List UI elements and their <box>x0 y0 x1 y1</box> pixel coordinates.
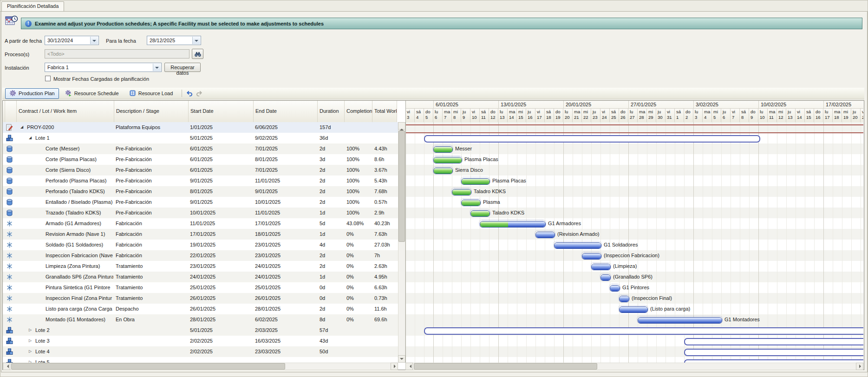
process-lookup-button[interactable] <box>192 49 203 59</box>
day-gridline <box>833 122 833 363</box>
collapse-arrow-icon[interactable]: ◢ <box>20 125 23 129</box>
table-row[interactable]: Listo para carga (Zona CargaDespacho26/0… <box>3 304 398 314</box>
chevron-down-icon[interactable] <box>192 37 200 44</box>
tab-production-plan[interactable]: Production Plan <box>5 88 59 99</box>
table-row[interactable]: ▷Lote 5 <box>3 357 398 363</box>
vertical-scroll-thumb[interactable] <box>398 130 405 242</box>
gantt-task-bar[interactable] <box>461 178 490 185</box>
from-date-combobox[interactable]: 30/12/2024 <box>45 36 99 45</box>
gantt-summary-bar[interactable] <box>424 135 760 143</box>
gantt-task-bar[interactable] <box>638 317 722 324</box>
table-row[interactable]: Inspeccion Fabricacion (NaveFabricación2… <box>3 250 398 261</box>
table-row[interactable]: Entallado / Biselado (Plasma)Pre-Fabrica… <box>3 197 398 208</box>
chevron-down-icon[interactable] <box>90 37 98 44</box>
undo-button[interactable] <box>185 89 194 98</box>
column-header-completion[interactable]: Completion <box>345 101 372 122</box>
column-header-total-work[interactable]: Total Work <box>372 101 397 122</box>
gantt-task-bar[interactable] <box>591 264 611 270</box>
table-row[interactable]: Armado (G1 Armadores)Fabricación11/01/20… <box>3 218 398 229</box>
table-row[interactable]: Granallado SP6 (Zona PinturaTratamiento2… <box>3 272 398 282</box>
tab-resource-load[interactable]: Resource Load <box>125 88 177 99</box>
gantt-horizontal-scroll-thumb[interactable] <box>414 363 597 370</box>
day-number: 23 <box>593 115 600 120</box>
gantt-task-bar[interactable] <box>433 168 453 174</box>
day-number: 15 <box>518 115 526 120</box>
column-header-end-date[interactable]: End Date <box>254 101 318 122</box>
horizontal-scroll-thumb[interactable] <box>11 363 285 370</box>
item-end-date: 28/01/2025 <box>255 306 311 312</box>
gantt-task-bar[interactable] <box>480 221 546 228</box>
day-abbrev: ju <box>723 109 730 115</box>
column-header-contract-lot-work-item[interactable]: Contract / Lot / Work Item <box>17 101 114 122</box>
table-row[interactable]: ◢PROY-0200Plataforma Equipos1/01/20256/0… <box>3 122 398 133</box>
table-row[interactable]: Corte (Plasma Placas)Pre-Fabricación6/01… <box>3 154 398 165</box>
table-row[interactable]: Soldado (G1 Soldadores)Fabricación19/01/… <box>3 240 398 250</box>
expand-arrow-icon[interactable]: ▷ <box>29 338 32 343</box>
table-row[interactable]: Montado (G1 Montadores)En Obra28/01/2025… <box>3 314 398 325</box>
gantt-task-bar[interactable] <box>452 189 471 195</box>
table-row[interactable]: Corte (Sierra Disco)Pre-Fabricación6/01/… <box>3 165 398 176</box>
gantt-task-bar[interactable] <box>610 285 620 292</box>
gantt-task-bar[interactable] <box>461 200 481 206</box>
to-date-combobox[interactable]: 28/12/2025 <box>147 36 201 45</box>
facility-combobox[interactable]: Fabrica 1 <box>45 63 162 72</box>
redo-button[interactable] <box>194 89 203 98</box>
column-header-start-date[interactable]: Start Date <box>189 101 254 122</box>
day-abbrev: vi <box>797 109 804 115</box>
item-end-date: 6/02/2025 <box>255 317 311 322</box>
bar-remaining-fill <box>638 318 722 323</box>
table-row[interactable]: Pintura Sintetica (G1 PintoreTratamiento… <box>3 282 398 293</box>
item-duration: 8d <box>320 317 345 322</box>
item-end-date: 10/01/2025 <box>255 199 311 205</box>
item-start-date: 17/01/2025 <box>190 231 250 237</box>
gantt-task-bar[interactable] <box>535 232 555 238</box>
table-row[interactable]: Perforado (Plasma Placas)Pre-Fabricación… <box>3 176 398 186</box>
table-row[interactable]: ▷Lote 42/02/202523/03/202550d <box>3 346 398 357</box>
item-start-date: 5/01/2025 <box>190 327 250 333</box>
item-end-date: 2/03/2025 <box>255 327 311 333</box>
item-name: Soldado (G1 Soldadores) <box>46 242 113 247</box>
table-row[interactable]: Corte (Messer)Pre-Fabricación6/01/20257/… <box>3 143 398 154</box>
table-row[interactable]: Inspeccion Final (Zona PinturTratamiento… <box>3 293 398 304</box>
tab-resource-schedule[interactable]: Resource Schedule <box>61 88 123 99</box>
column-header-duration[interactable]: Duration <box>318 101 345 122</box>
table-row[interactable]: ▷Lote 25/01/20252/03/202557d <box>3 325 398 336</box>
table-row[interactable]: ◢Lote 15/01/20259/02/202536d <box>3 133 398 143</box>
column-header-description-stage[interactable]: Description / Stage <box>114 101 189 122</box>
gantt-task-bar[interactable] <box>619 296 629 302</box>
gantt-task-bar[interactable] <box>470 210 490 217</box>
gantt-summary-bar[interactable] <box>424 327 863 335</box>
collapse-arrow-icon[interactable]: ◢ <box>29 136 32 140</box>
item-completion: 0% <box>346 285 372 290</box>
day-header-cell: mi19 <box>842 109 851 122</box>
gantt-task-bar[interactable] <box>582 253 601 260</box>
gantt-summary-bar[interactable] <box>684 349 863 356</box>
day-number: 19 <box>843 115 851 120</box>
retrieve-data-button[interactable]: Recuperar datos <box>164 63 201 72</box>
banner-text: Examine and adjust your Production sched… <box>35 21 324 26</box>
item-start-date: 2/02/2025 <box>190 349 250 354</box>
day-abbrev: vi <box>732 109 739 115</box>
day-abbrev: vi <box>602 109 609 115</box>
expand-arrow-icon[interactable]: ▷ <box>29 328 32 332</box>
gantt-summary-bar[interactable] <box>684 338 863 345</box>
table-row[interactable]: Limpieza (Zona Pintura)Tratamiento23/01/… <box>3 261 398 272</box>
chevron-down-icon[interactable] <box>153 64 161 71</box>
tab-planificacion-detallada[interactable]: Planificación Detallada <box>1 1 64 11</box>
gantt-task-bar[interactable] <box>433 146 453 153</box>
gantt-task-bar[interactable] <box>619 306 648 313</box>
table-row[interactable]: Revision Armado (Nave 1)Fabricación17/01… <box>3 229 398 240</box>
table-row[interactable]: Perforado (Taladro KDKS)Pre-Fabricación8… <box>3 186 398 197</box>
item-start-date: 6/01/2025 <box>190 156 250 162</box>
gantt-summary-bar[interactable] <box>684 359 863 363</box>
table-row[interactable]: Trazado (Taladro KDKS)Pre-Fabricación10/… <box>3 208 398 218</box>
gantt-task-bar[interactable] <box>600 274 611 281</box>
gantt-project-bar[interactable] <box>405 124 863 133</box>
column-header-icon[interactable] <box>4 101 17 122</box>
table-row[interactable]: ▷Lote 32/02/202516/03/202543d <box>3 336 398 346</box>
expand-arrow-icon[interactable]: ▷ <box>29 349 32 353</box>
gantt-task-bar[interactable] <box>433 157 462 163</box>
gantt-task-bar[interactable] <box>554 242 601 249</box>
show-loaded-dates-checkbox[interactable] <box>45 76 51 81</box>
item-end-date: 7/01/2025 <box>255 146 311 151</box>
